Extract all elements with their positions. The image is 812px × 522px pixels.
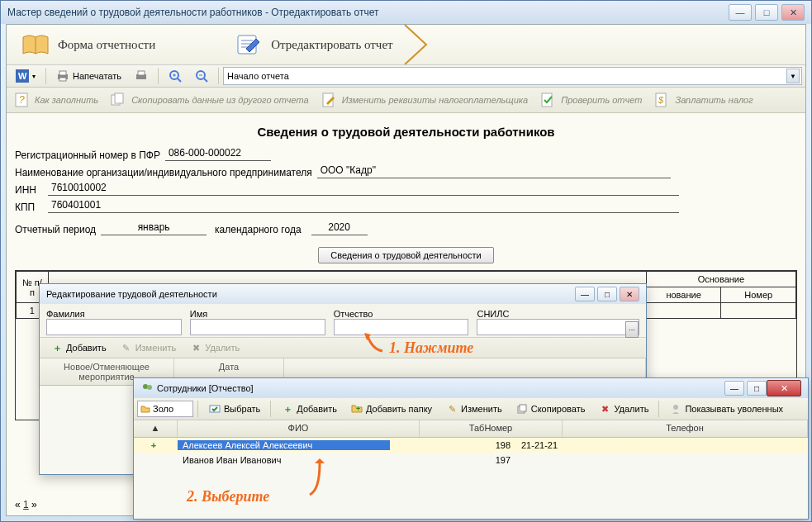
employee-row[interactable]: +Алексеев Алексей Алексеевич19821-21-21 bbox=[134, 438, 808, 453]
employee-row[interactable]: Иванов Иван Иванович197 bbox=[134, 453, 808, 467]
print-button[interactable]: Напечатать bbox=[50, 66, 127, 86]
col-nomer: Номер bbox=[721, 287, 796, 303]
dlg2-edit-button[interactable]: ✎Изменить bbox=[439, 400, 508, 418]
people-icon bbox=[140, 382, 154, 395]
copy-icon bbox=[515, 402, 529, 415]
select-icon bbox=[208, 402, 221, 415]
dlg2-grid-header: ▲ ФИО ТабНомер Телефон bbox=[134, 420, 808, 438]
period-mid: календарного года bbox=[215, 224, 301, 235]
filter-firstname: Имя bbox=[190, 309, 325, 335]
zoom-in-button[interactable] bbox=[163, 66, 188, 86]
dlg1-delete-button[interactable]: ✖Удалить bbox=[183, 339, 245, 357]
pencil-icon: ✎ bbox=[120, 341, 133, 354]
org-value[interactable]: ООО "Кадр" bbox=[317, 164, 671, 178]
filter-firstname-input[interactable] bbox=[190, 319, 325, 335]
folder-filter-field[interactable]: Золо bbox=[137, 401, 193, 417]
dlg1-toolbar: ＋Добавить ✎Изменить ✖Удалить bbox=[40, 338, 646, 358]
dlg2-col-fio[interactable]: ФИО bbox=[178, 420, 420, 437]
dlg1-edit-button[interactable]: ✎Изменить bbox=[114, 339, 183, 357]
edit-icon bbox=[321, 92, 337, 108]
svg-rect-20 bbox=[542, 93, 552, 107]
inn-label: ИНН bbox=[15, 184, 43, 196]
dlg1-maximize-button[interactable]: □ bbox=[597, 287, 617, 301]
filter-patronymic-label: Отчество bbox=[334, 309, 469, 319]
pager-prev[interactable]: « bbox=[15, 499, 21, 510]
window-close-button[interactable]: ✕ bbox=[781, 4, 805, 21]
zoom-out-icon bbox=[195, 69, 208, 83]
dlg2-minimize-button[interactable]: — bbox=[724, 381, 744, 396]
copy-from-button[interactable]: Скопировать данные из другого отчета bbox=[110, 92, 309, 108]
filter-snils-input[interactable] bbox=[477, 319, 639, 335]
svg-text:+: + bbox=[356, 405, 360, 413]
row-tab: 197 bbox=[390, 455, 516, 465]
x-icon: ✖ bbox=[189, 341, 202, 354]
wizard-step-1[interactable]: Форма отчетности bbox=[7, 31, 170, 59]
check-icon bbox=[539, 92, 556, 108]
dlg2-close-button[interactable]: ✕ bbox=[767, 380, 801, 396]
pager-next[interactable]: » bbox=[31, 499, 37, 510]
copy-docs-icon bbox=[110, 92, 126, 108]
svg-rect-28 bbox=[520, 405, 526, 411]
zoom-out-button[interactable] bbox=[189, 66, 214, 86]
dlg1-titlebar: Редактирование трудовой деятельности — □… bbox=[40, 284, 646, 304]
dlg2-select-button[interactable]: Выбрать bbox=[202, 400, 266, 418]
col-novanie: нование bbox=[646, 287, 721, 303]
dlg2-add-folder-button[interactable]: +Добавить папку bbox=[344, 400, 438, 418]
details-button[interactable]: Сведения о трудовой деятельности bbox=[318, 247, 493, 263]
pencil-icon: ✎ bbox=[445, 402, 458, 415]
dlg2-show-fired-button[interactable]: Показывать уволенных bbox=[663, 400, 789, 418]
filter-lastname-input[interactable] bbox=[46, 319, 182, 335]
period-month[interactable]: январь bbox=[101, 221, 207, 235]
row-plus-icon: + bbox=[151, 440, 156, 450]
filter-lastname-label: Фамилия bbox=[46, 309, 182, 319]
dlg2-toolbar: Золо Выбрать ＋Добавить +Добавить папку ✎… bbox=[134, 398, 808, 420]
row-fio: Иванов Иван Иванович bbox=[178, 455, 390, 465]
kpp-value[interactable]: 760401001 bbox=[48, 199, 679, 213]
print-list-button[interactable] bbox=[129, 66, 154, 86]
wizard-step-1-label: Форма отчетности bbox=[58, 38, 155, 52]
check-report-label: Проверить отчет bbox=[561, 95, 642, 105]
svg-point-29 bbox=[673, 405, 678, 410]
dlg2-col-tel[interactable]: Телефон bbox=[563, 420, 808, 437]
filter-patronymic-input[interactable] bbox=[334, 319, 469, 335]
book-icon bbox=[21, 31, 50, 59]
period-year[interactable]: 2020 bbox=[311, 221, 368, 235]
window-minimize-button[interactable]: — bbox=[729, 4, 752, 21]
svg-rect-4 bbox=[59, 71, 66, 75]
reg-value[interactable]: 086-000-000022 bbox=[165, 147, 271, 161]
inn-value[interactable]: 7610010002 bbox=[48, 182, 679, 196]
dlg1-add-button[interactable]: ＋Добавить bbox=[45, 339, 112, 357]
dlg2-maximize-button[interactable]: □ bbox=[747, 381, 767, 396]
wizard-step-2[interactable]: Отредактировать отчет bbox=[220, 31, 407, 59]
dlg2-delete-button[interactable]: ✖Удалить bbox=[592, 400, 654, 418]
dlg2-copy-button[interactable]: Скопировать bbox=[510, 400, 591, 418]
edit-requisites-button[interactable]: Изменить реквизиты налогоплательщика bbox=[321, 92, 528, 108]
org-label: Наименование организации/индивидуального… bbox=[15, 167, 312, 178]
snils-picker-button[interactable]: ⋯ bbox=[625, 321, 639, 338]
dlg1-minimize-button[interactable]: — bbox=[575, 287, 595, 301]
word-icon: W bbox=[16, 69, 29, 83]
filter-lastname: Фамилия bbox=[46, 309, 182, 335]
howto-label: Как заполнить bbox=[35, 95, 98, 105]
copy-from-label: Скопировать данные из другого отчета bbox=[131, 95, 309, 105]
dlg2-add-button[interactable]: ＋Добавить bbox=[275, 400, 343, 418]
window-maximize-button[interactable]: □ bbox=[755, 4, 778, 21]
dlg2-col-sort[interactable]: ▲ bbox=[134, 420, 178, 437]
howto-button[interactable]: ?Как заполнить bbox=[13, 92, 98, 108]
period-label: Отчетный период bbox=[15, 224, 96, 235]
dlg2-col-tab[interactable]: ТабНомер bbox=[420, 420, 563, 437]
section-selector[interactable]: Начало отчета ▼ bbox=[223, 67, 802, 85]
dropdown-icon: ▼ bbox=[786, 69, 800, 83]
dlg2-titlebar: Сотрудники [Отчество] — □ ✕ bbox=[134, 378, 808, 398]
report-title: Сведения о трудовой деятельности работни… bbox=[15, 125, 797, 139]
word-export-button[interactable]: W▾ bbox=[10, 66, 41, 86]
dlg1-close-button[interactable]: ✕ bbox=[620, 287, 639, 301]
pager-page-1[interactable]: 1 bbox=[23, 499, 29, 510]
section-selector-value: Начало отчета bbox=[227, 71, 289, 81]
zoom-in-icon bbox=[169, 69, 182, 83]
wizard-separator-icon bbox=[403, 25, 433, 64]
check-report-button[interactable]: Проверить отчет bbox=[539, 92, 642, 108]
pay-tax-button[interactable]: $Заплатить налог bbox=[653, 92, 753, 108]
filter-firstname-label: Имя bbox=[190, 309, 325, 319]
svg-line-13 bbox=[204, 78, 207, 82]
